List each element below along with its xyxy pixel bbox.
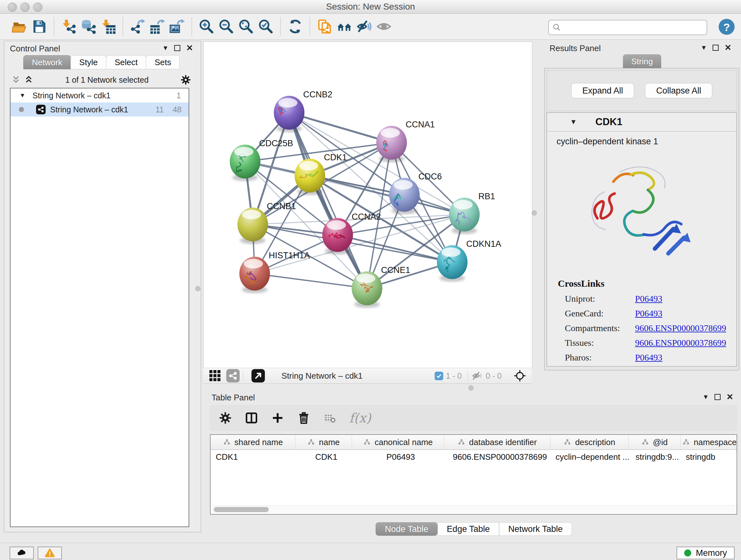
warnings-button[interactable]	[38, 547, 62, 559]
birds-eye-view-icon[interactable]	[513, 368, 527, 383]
open-session-button[interactable]	[10, 17, 29, 37]
results-panel-menu-icon[interactable]: ▼	[700, 44, 707, 51]
selected-nodes-checkbox-icon[interactable]	[434, 372, 443, 380]
table-cell[interactable]: stringdb:9...	[629, 450, 681, 464]
column-header-canonical-name[interactable]: canonical name	[352, 435, 444, 449]
copy-network-button[interactable]	[315, 17, 334, 37]
import-network-database-button[interactable]	[78, 17, 98, 37]
export-image-button[interactable]	[167, 17, 187, 37]
help-button[interactable]: ?	[719, 19, 735, 35]
string-home-button[interactable]	[334, 17, 354, 37]
column-header-shared-name[interactable]: shared name	[211, 435, 295, 449]
node-RB1[interactable]	[449, 198, 480, 234]
edge-HIST1H1A-CCNE1[interactable]	[255, 273, 367, 288]
network-row[interactable]: String Network – cdk1 11 48	[10, 103, 189, 117]
show-columns-button[interactable]	[245, 411, 259, 425]
delete-column-button[interactable]	[297, 411, 311, 425]
edge-CDK1-RB1[interactable]	[310, 176, 464, 214]
node-CCNA2[interactable]	[322, 218, 353, 254]
node-details-header[interactable]: ▼ CDK1	[547, 113, 737, 132]
memory-button[interactable]: Memory	[677, 547, 735, 559]
tab-edge-table[interactable]: Edge Table	[437, 522, 499, 536]
detach-view-icon[interactable]	[252, 369, 265, 382]
crosslink-link[interactable]: 9606.ENSP00000378699	[635, 338, 726, 348]
control-panel-float-icon[interactable]	[174, 45, 180, 51]
save-session-button[interactable]	[29, 17, 49, 37]
table-panel-close-icon[interactable]: ✕	[726, 395, 733, 399]
tab-network[interactable]: Network	[23, 55, 71, 69]
results-panel-close-icon[interactable]: ✕	[724, 45, 731, 50]
tab-style[interactable]: Style	[71, 55, 106, 69]
table-horizontal-scrollbar[interactable]	[211, 505, 737, 513]
table-cell[interactable]: stringdb	[681, 450, 737, 464]
cloud-status-button[interactable]	[10, 547, 34, 559]
node-CCNA1[interactable]	[376, 126, 407, 162]
node-CDC25B[interactable]	[230, 145, 260, 181]
delete-table-button[interactable]	[323, 411, 337, 425]
show-graphics-details-button[interactable]	[374, 17, 394, 37]
table-cell[interactable]: cyclin–dependent ...	[550, 450, 629, 464]
column-header-name[interactable]: name	[295, 435, 352, 449]
create-column-button[interactable]	[271, 411, 285, 425]
zoom-in-button[interactable]	[197, 17, 216, 37]
import-network-button[interactable]	[59, 17, 78, 37]
column-header--id[interactable]: @id	[629, 435, 681, 449]
tab-node-table[interactable]: Node Table	[376, 522, 437, 536]
search-input[interactable]	[562, 21, 706, 34]
crosslink-link[interactable]: P06493	[635, 353, 663, 362]
control-panel-menu-icon[interactable]: ▼	[162, 44, 169, 52]
tab-string[interactable]: String	[623, 54, 661, 68]
crosslink-link[interactable]: P06493	[635, 294, 663, 304]
control-panel-close-icon[interactable]: ✕	[186, 46, 193, 51]
column-header-description[interactable]: description	[550, 435, 629, 449]
column-header-database-identifier[interactable]: database identifier	[444, 435, 550, 449]
table-cell[interactable]: CDK1	[295, 450, 352, 464]
crosslink-link[interactable]: 9606.ENSP00000378699	[635, 323, 726, 333]
node-HIST1H1A[interactable]	[239, 257, 270, 293]
network-collection-row[interactable]: ▼ String Network – cdk1 1	[10, 88, 189, 103]
table-cell[interactable]: P06493	[352, 450, 444, 464]
node-CDK1[interactable]	[294, 159, 325, 195]
node-CCNE1[interactable]	[352, 271, 382, 308]
node-CCNB1[interactable]	[238, 207, 268, 244]
zoom-selected-button[interactable]	[256, 17, 276, 37]
node-CCNB2[interactable]	[274, 96, 305, 132]
horizontal-splitter-handle[interactable]	[468, 385, 474, 390]
tab-network-table[interactable]: Network Table	[499, 522, 572, 536]
tab-sets[interactable]: Sets	[146, 55, 180, 69]
import-table-button[interactable]	[98, 17, 118, 37]
table-options-gear-button[interactable]	[218, 411, 232, 425]
refresh-view-button[interactable]	[285, 17, 305, 37]
edge-CCNB2-CCNE1[interactable]	[289, 113, 367, 288]
table-panel-menu-icon[interactable]: ▼	[702, 393, 709, 401]
network-canvas[interactable]: CCNB2CCNA1CDC25BCDK1CDC6RB1CCNB1CCNA2CDK…	[203, 42, 532, 368]
export-network-button[interactable]	[128, 17, 147, 37]
results-panel-float-icon[interactable]	[713, 45, 719, 51]
table-row[interactable]: CDK1CDK1P064939606.ENSP00000378699cyclin…	[211, 450, 737, 464]
table-panel-float-icon[interactable]	[715, 394, 721, 400]
zoom-fit-button[interactable]	[236, 17, 256, 37]
collapse-all-networks-icon[interactable]	[24, 75, 33, 84]
network-share-view-icon[interactable]	[226, 369, 240, 382]
table-cell[interactable]: 9606.ENSP00000378699	[444, 450, 550, 464]
expand-all-networks-icon[interactable]	[11, 75, 21, 84]
hide-graphics-details-button[interactable]	[354, 17, 374, 37]
scrollbar-thumb[interactable]	[214, 507, 269, 512]
zoom-out-button[interactable]	[216, 17, 236, 37]
node-CDKN1A[interactable]	[437, 245, 468, 282]
node-expander-icon[interactable]: ▼	[570, 118, 577, 126]
tab-select[interactable]: Select	[106, 55, 146, 69]
expand-all-button[interactable]: Expand All	[571, 83, 634, 98]
left-splitter-handle[interactable]	[195, 286, 200, 291]
network-options-gear-icon[interactable]	[180, 74, 191, 85]
edge-CCNB2-CCNA1[interactable]	[289, 113, 392, 143]
collapse-all-button[interactable]: Collapse All	[645, 83, 712, 98]
column-header-namespace[interactable]: namespace	[681, 435, 737, 449]
table-cell[interactable]: CDK1	[211, 450, 295, 464]
export-table-button[interactable]	[147, 17, 167, 37]
crosslink-link[interactable]: P06493	[635, 308, 663, 318]
collection-expander-icon[interactable]: ▼	[19, 92, 25, 99]
edge-CCNA2-CDKN1A[interactable]	[338, 235, 452, 262]
right-splitter-handle[interactable]	[532, 210, 537, 215]
search-field[interactable]	[548, 20, 707, 35]
